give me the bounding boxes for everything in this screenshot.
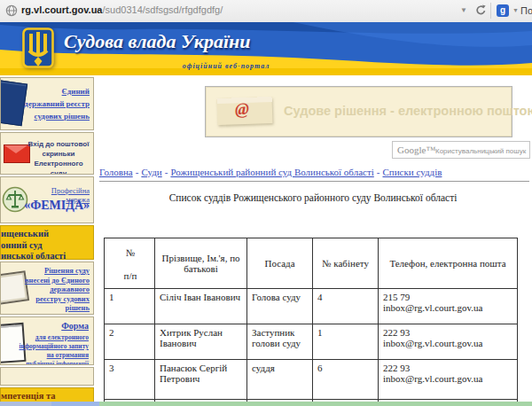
- url-text[interactable]: rg.vl.court.gov.ua/sud0314/sdfsgsd/rfgdf…: [21, 4, 223, 15]
- breadcrumb-home[interactable]: Головна: [99, 167, 133, 177]
- table-header-row: №п/п Прізвище, Ім.'я, по батькові Посада…: [105, 238, 518, 289]
- judge-name: Панасюк Сергій Петрович: [155, 360, 247, 400]
- page: rg.vl.court.gov.ua/sud0314/sdfsgsd/rfgdf…: [0, 0, 532, 406]
- decisions-registry-link[interactable]: Рішення суду внесені до Єдиного державно…: [22, 266, 90, 313]
- sidebar-banner-court-mail[interactable]: Вхід до поштової скриньки Електронного с…: [0, 132, 94, 175]
- table-row: 2 Хитрик Руслан Іванович Заступник голов…: [105, 324, 518, 360]
- reload-icon[interactable]: [474, 4, 488, 20]
- competence-label: мпетенція та: [1, 391, 56, 401]
- at-envelope-icon: @: [216, 97, 272, 125]
- breadcrumb-divider: [99, 181, 529, 182]
- judges-table: №п/п Прізвище, Ім.'я, по батькові Посада…: [104, 238, 518, 406]
- toolbar-separator: [490, 3, 491, 19]
- breadcrumb-separator: -: [165, 167, 168, 177]
- sidebar-court-name[interactable]: ищенський онний суд инської області: [0, 225, 94, 260]
- col-position: Посада: [247, 238, 313, 289]
- court-mail-link[interactable]: Вхід до поштової скриньки Електронного с…: [27, 139, 90, 175]
- judge-position: суддя: [247, 360, 313, 400]
- judge-contact: 215 79inbox@rg.vl.court.gov.ua: [379, 289, 518, 324]
- form-link-text[interactable]: для електронного інформаційного запиту н…: [18, 333, 89, 365]
- breadcrumb: Головна-Суди-Рожищенський районний суд В…: [99, 167, 530, 177]
- judge-number: 3: [105, 360, 155, 400]
- page-title: Список суддів Рожищенського районного су…: [98, 192, 528, 203]
- browser-address-bar[interactable]: rg.vl.court.gov.ua/sud0314/sdfsgsd/rfgdf…: [0, 0, 532, 23]
- sidebar-banner-femida[interactable]: Професійна мережа «ФЕМІДА»: [0, 176, 94, 223]
- site-header: Судова влада України офіційний веб-порта…: [0, 22, 532, 75]
- google-logo: Google™: [397, 144, 435, 155]
- banner-watermark-text: Судове рішення - електронною поштою: [284, 104, 532, 118]
- url-dropdown-icon[interactable]: ▼: [460, 6, 467, 14]
- col-room: № кабінету: [313, 238, 379, 289]
- breadcrumb-courts[interactable]: Суди: [141, 167, 161, 177]
- breadcrumb-separator: -: [136, 167, 139, 177]
- site-globe-icon: [5, 4, 18, 20]
- sidebar-item-competence[interactable]: мпетенція та: [0, 387, 94, 402]
- col-phone: Телефон, електронна пошта: [379, 238, 518, 289]
- judge-contact: 222 93inbox@rg.vl.court.gov.ua: [379, 360, 518, 400]
- ukraine-trident-emblem-icon: [21, 27, 55, 72]
- judge-room: 4: [313, 289, 379, 324]
- sidebar-banner-info-form[interactable]: Форма для електронного інформаційного за…: [0, 316, 94, 365]
- url-path: /sud0314/sdfsgsd/rfgdfgdfg/: [102, 4, 223, 15]
- breadcrumb-court-page[interactable]: Рожищенський районний суд Волинської обл…: [170, 167, 373, 177]
- court-name-line3: инської області: [1, 251, 66, 260]
- sidebar-spacer: [0, 367, 94, 386]
- google-search-placeholder: Користувальницький пошук: [435, 147, 526, 155]
- judge-contact: 222 93inbox@rg.vl.court.gov.ua: [379, 324, 518, 360]
- table-row: 1 Сіліч Іван Іванович Голова суду 4 215 …: [105, 289, 518, 324]
- form-link-title[interactable]: Форма: [20, 321, 89, 331]
- judge-position: Голова суду: [247, 289, 313, 324]
- search-engine-dropdown-icon[interactable]: ▼: [512, 7, 519, 13]
- court-decision-email-banner[interactable]: @ Судове рішення - електронною поштою: [205, 86, 512, 137]
- court-name-line2: онний суд: [1, 240, 43, 250]
- breadcrumb-judge-lists[interactable]: Списки суддів: [382, 167, 442, 177]
- judge-room: 1: [313, 324, 379, 360]
- at-symbol: @: [235, 99, 250, 120]
- portal-subtitle: офіційний веб-портал: [115, 62, 337, 70]
- portal-title: Судова влада України: [64, 30, 250, 53]
- judge-name: Хитрик Руслан Іванович: [155, 324, 247, 360]
- court-name-line1: ищенський: [1, 229, 49, 238]
- table-row: 3 Панасюк Сергій Петрович суддя 6 222 93…: [105, 360, 518, 400]
- google-custom-search-input[interactable]: Google™ Користувальницький пошук: [392, 141, 530, 159]
- search-engine-icon[interactable]: g: [497, 4, 509, 17]
- femida-name-label[interactable]: «ФЕМІДА»: [20, 199, 90, 213]
- col-name: Прізвище, Ім.'я, по батькові: [155, 238, 247, 289]
- sidebar-banner-registry[interactable]: Єдиний державний реєстр судових рішень: [0, 77, 94, 130]
- judge-number: 2: [105, 324, 155, 360]
- url-host: rg.vl.court.gov.ua: [21, 4, 102, 15]
- judge-name: Сіліч Іван Іванович: [155, 289, 247, 324]
- search-input[interactable]: Пошук: [520, 5, 532, 16]
- bottom-scroll-strip[interactable]: [0, 402, 532, 406]
- judge-number: 1: [105, 289, 155, 324]
- sidebar-banner-decisions[interactable]: Рішення суду внесені до Єдиного державно…: [0, 262, 94, 315]
- registry-link[interactable]: Єдиний державний реєстр судових рішень: [24, 85, 90, 122]
- breadcrumb-separator: -: [377, 167, 380, 177]
- judge-position: Заступник голови суду: [247, 324, 313, 360]
- col-number: №п/п: [105, 238, 155, 289]
- judge-room: 6: [313, 360, 379, 400]
